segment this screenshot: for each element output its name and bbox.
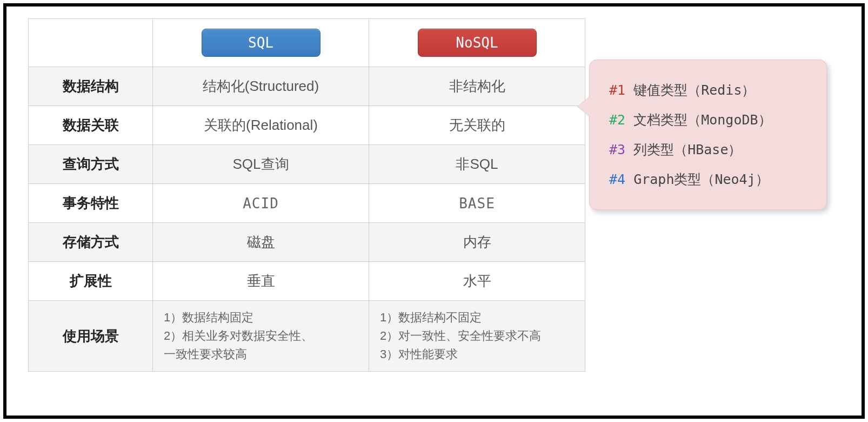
table-row: 存储方式 磁盘 内存 (29, 223, 585, 262)
callout-text: Graph类型（Neo4j） (633, 172, 769, 187)
callout-num: #1 (609, 82, 625, 98)
sql-cell: ACID (153, 184, 369, 223)
comparison-table: SQL NoSQL 数据结构 结构化(Structured) 非结构化 数据关联… (28, 18, 585, 372)
table-row: 数据结构 结构化(Structured) 非结构化 (29, 67, 585, 106)
row-label: 查询方式 (29, 145, 153, 184)
callout-item: #4 Graph类型（Neo4j） (609, 164, 810, 194)
row-label: 存储方式 (29, 223, 153, 262)
table-row: 事务特性 ACID BASE (29, 184, 585, 223)
sql-cell: 关联的(Relational) (153, 106, 369, 145)
nosql-cell: 内存 (369, 223, 585, 262)
nosql-cell: 非结构化 (369, 67, 585, 106)
sql-cell: 结构化(Structured) (153, 67, 369, 106)
nosql-cell: BASE (369, 184, 585, 223)
nosql-badge: NoSQL (418, 29, 537, 57)
nosql-types-callout: #1 键值类型（Redis） #2 文档类型（MongoDB） #3 列类型（H… (589, 60, 827, 210)
callout-text: 文档类型（MongoDB） (633, 112, 771, 128)
callout-item: #3 列类型（HBase） (609, 135, 810, 164)
callout-text: 键值类型（Redis） (633, 82, 755, 98)
nosql-cell: 水平 (369, 262, 585, 301)
nosql-usecase-cell: 1）数据结构不固定 2）对一致性、安全性要求不高 3）对性能要求 (369, 301, 585, 372)
diagram-frame: SQL NoSQL 数据结构 结构化(Structured) 非结构化 数据关联… (3, 3, 865, 419)
header-nosql-cell: NoSQL (369, 19, 585, 67)
nosql-cell: 无关联的 (369, 106, 585, 145)
sql-cell: SQL查询 (153, 145, 369, 184)
callout-item: #1 键值类型（Redis） (609, 75, 810, 105)
row-label: 数据结构 (29, 67, 153, 106)
callout-num: #2 (609, 112, 625, 128)
row-label: 使用场景 (29, 301, 153, 372)
sql-usecase-cell: 1）数据结构固定 2）相关业务对数据安全性、 一致性要求较高 (153, 301, 369, 372)
header-empty-cell (29, 19, 153, 67)
callout-num: #3 (609, 142, 625, 157)
sql-badge: SQL (202, 29, 321, 57)
table-row: 数据关联 关联的(Relational) 无关联的 (29, 106, 585, 145)
row-label: 扩展性 (29, 262, 153, 301)
nosql-cell: 非SQL (369, 145, 585, 184)
callout-text: 列类型（HBase） (633, 142, 742, 157)
sql-cell: 垂直 (153, 262, 369, 301)
table-row: 查询方式 SQL查询 非SQL (29, 145, 585, 184)
row-label: 数据关联 (29, 106, 153, 145)
sql-cell: 磁盘 (153, 223, 369, 262)
table-row: 扩展性 垂直 水平 (29, 262, 585, 301)
header-sql-cell: SQL (153, 19, 369, 67)
table-header-row: SQL NoSQL (29, 19, 585, 67)
callout-num: #4 (609, 172, 625, 187)
table-row-usecase: 使用场景 1）数据结构固定 2）相关业务对数据安全性、 一致性要求较高 1）数据… (29, 301, 585, 372)
callout-item: #2 文档类型（MongoDB） (609, 105, 810, 135)
row-label: 事务特性 (29, 184, 153, 223)
